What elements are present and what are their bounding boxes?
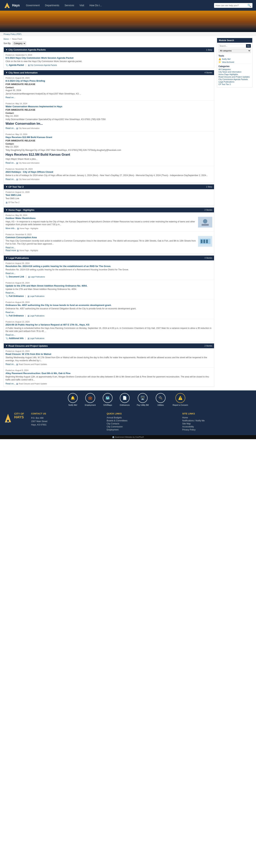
doc-link[interactable]: 📎 Full Ordinance [5, 314, 24, 317]
footer-link-boards[interactable]: Boards & Committees [107, 420, 177, 422]
icon-employment[interactable]: 💼 Employment [85, 393, 96, 406]
icon-ordinances[interactable]: 📄 Ordinances [120, 393, 130, 406]
read-on-link[interactable]: Read on... [5, 162, 15, 164]
doc-link-agenda[interactable]: 📎 Agenda Packet [5, 64, 24, 66]
hero-image [0, 11, 256, 32]
gismaps-circle: 🗺️ [103, 393, 113, 403]
search-icon[interactable]: 🔍 [248, 4, 251, 7]
icon-pay-utility[interactable]: 🖥️ Pay Utility Bill [137, 393, 149, 406]
read-on-link[interactable]: Read on... [5, 334, 15, 336]
nav-services[interactable]: Services [64, 3, 75, 8]
news-title: Road Closure: W 17th from Elm to Walnut [5, 353, 212, 355]
logo-icon [4, 2, 11, 9]
icon-gismaps[interactable]: 🗺️ GIS/Maps [103, 393, 113, 406]
news-item: Posted on: September 5, 2024 9-5-2024 Ha… [4, 52, 214, 68]
sort-select[interactable]: Category Date Title [12, 41, 26, 45]
cat-item-cp[interactable]: CP Test Tier 2 [219, 83, 251, 85]
civicplus-link[interactable]: Government Websites by CivicPlus® [115, 436, 144, 438]
read-on-link[interactable]: Read on... [5, 127, 15, 129]
nav-visit[interactable]: Visit [78, 3, 85, 8]
read-on-link[interactable]: Read on... [5, 246, 15, 249]
sidebar-search-button[interactable]: Go [246, 44, 251, 48]
posted-date: Posted on: August 26, 2024 [5, 282, 212, 284]
read-on-link[interactable]: More info... [5, 227, 16, 229]
category-header-highlights[interactable]: ▼ Home Page - Highlights 2 Stories [4, 208, 214, 212]
breadcrumb-home[interactable]: Home [4, 38, 9, 40]
archive-icon: 📁 [219, 61, 221, 63]
logo[interactable]: Hays [4, 2, 20, 9]
news-title: Test SMS Link [5, 194, 212, 196]
category-select[interactable]: All categories City News and Information… [219, 49, 251, 53]
nav-how-do-i[interactable]: How Do I... [89, 3, 103, 8]
cat-item-commission[interactable]: City Commission Agenda Packets [219, 78, 251, 81]
category-header-commission[interactable]: ▼ City Commission Agenda Packets 1 Story [4, 47, 214, 52]
breadcrumb: Home / News Flash [4, 38, 214, 40]
footer-link-accessibility[interactable]: Accessibility [182, 426, 252, 428]
tag-legal: 🏛️ Legal Publications [27, 315, 44, 317]
icon-utilities[interactable]: 🔌 Utilities [156, 393, 165, 406]
privacy-link[interactable]: Privacy Policy (PDF) [4, 33, 22, 35]
footer-link-commission[interactable]: City Commission [107, 426, 177, 428]
doc-link[interactable]: 📎 Additional Info [5, 337, 24, 340]
tool-archive[interactable]: 📁 View Archived [219, 61, 251, 63]
category-header-cp[interactable]: ▼ CP Test Tier 2 1 Story [4, 184, 214, 189]
news-item: Posted on: August 26, 2024 Update to the… [4, 280, 214, 300]
read-on-link[interactable]: Read on... [5, 272, 15, 275]
search-input[interactable] [216, 4, 248, 7]
news-body: A Public Hearing is scheduled before the… [5, 327, 212, 333]
footer-link-home[interactable]: Home [182, 416, 252, 419]
cat-item-legal[interactable]: Legal Publications [219, 81, 251, 83]
tool-notify[interactable]: 🔔 Notify Me! [219, 58, 251, 60]
posted-date: Posted on: November 28, 2023 [5, 168, 212, 170]
posted-date: Posted on: September 5, 2024 [5, 54, 212, 56]
news-item: Posted on: August 30, 2024 8-3-2024 City… [4, 75, 214, 101]
footer-link-contacts[interactable]: City Contacts [107, 423, 177, 425]
cat-item-news[interactable]: City News and Information [219, 71, 251, 73]
footer-link-employment[interactable]: Employment [107, 429, 177, 431]
main-nav: Government Departments Services Visit Ho… [25, 3, 214, 8]
category-header-news[interactable]: ▼ City News and Information 4 Stories [4, 70, 214, 75]
footer-link-sitemap[interactable]: Site Map [182, 423, 252, 425]
footer-link-privacy[interactable]: Privacy Policy [182, 429, 252, 431]
doc-link[interactable]: 📎 Document Link [5, 276, 24, 278]
category-tag: 🏛️ Home Page - Highlights [17, 227, 38, 229]
posted-date: Posted on: August 9, 2024 [5, 369, 212, 371]
category-count-cp: 1 Story [206, 186, 212, 188]
footer-contact-title: CONTACT US [31, 412, 101, 415]
read-on-link[interactable]: Read on... [5, 311, 15, 314]
nav-departments[interactable]: Departments [44, 3, 60, 8]
utilities-label: Utilities [158, 404, 164, 406]
category-tag: 🏛️ Home Page - Highlights [17, 250, 38, 251]
notify-circle: 🔔 [68, 393, 78, 403]
sidebar-search-input[interactable] [219, 44, 246, 48]
doc-link[interactable]: 📎 Full Ordinance [5, 295, 24, 298]
read-on-link[interactable]: Read on... [5, 178, 15, 181]
category-header-legal[interactable]: ▼ Legal Publications 4 Stories [4, 256, 214, 260]
read-on-link[interactable]: Read on... [5, 96, 15, 99]
cat-item-road[interactable]: Road Closures and Project Updates [219, 76, 251, 78]
news-sub-body: Hays Mayor Shaun Musil a plea... [5, 158, 212, 161]
nav-government[interactable]: Government [25, 3, 40, 8]
category-header-road[interactable]: ▼ Road Closures and Project Updates 2 St… [4, 343, 214, 348]
tag-commission: 🏛️ City Commission Agenda Packets [28, 64, 57, 66]
footer-bottom-text: 🏛️ Government Websites by CivicPlus® [112, 436, 144, 438]
search-row: Go [219, 44, 251, 48]
main-container: Home / News Flash Sort By: Category Date… [0, 36, 256, 391]
svg-text:CITY OF: CITY OF [5, 422, 9, 423]
posted-date: Posted on: August 11, 2020 [5, 191, 212, 193]
cat-item-home[interactable]: Home Page Highlights [219, 73, 251, 75]
hero-overlay [0, 25, 256, 32]
read-on-link[interactable]: Read on... [5, 363, 15, 366]
news-body: Toby DoughtertyCity ManagerCity of Hays … [5, 149, 212, 152]
footer-link-budgets[interactable]: Annual Budgets [107, 416, 177, 419]
pay-utility-circle: 🖥️ [138, 393, 148, 403]
news-title: Ordinance No. 4057 authorizing the City … [5, 304, 212, 307]
content-area: Home / News Flash Sort By: Category Date… [4, 38, 214, 389]
read-on-link[interactable]: Read on... [5, 382, 15, 385]
cat-item-all[interactable]: All Categories [219, 68, 251, 70]
icon-report-concern[interactable]: ⚠️ Report a Concern [172, 393, 188, 406]
read-more-link[interactable]: Read more [5, 249, 16, 252]
read-on-link[interactable]: Read on... [5, 291, 15, 294]
footer-link-notifications[interactable]: Notifications / Notify Me [182, 420, 252, 422]
icon-notify[interactable]: 🔔 Notify Me! [68, 393, 78, 406]
